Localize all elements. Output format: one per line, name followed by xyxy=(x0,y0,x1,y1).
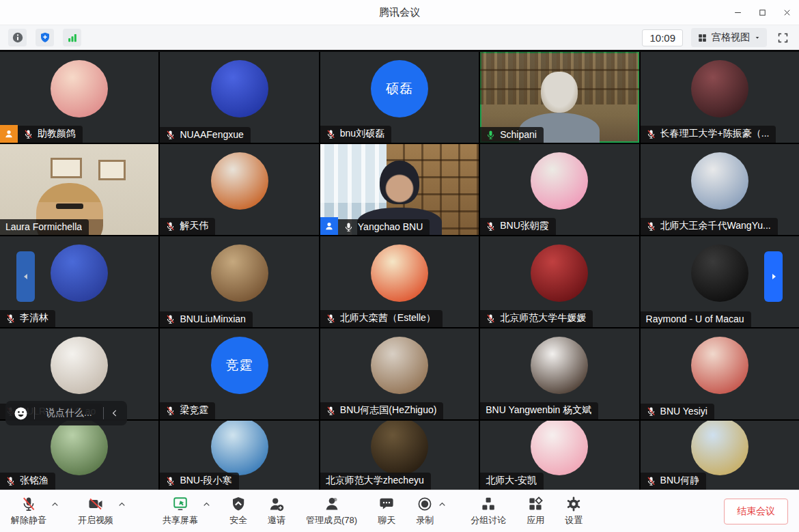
participant-name: Raymond - U of Macau xyxy=(646,313,744,324)
unmute-label: 解除静音 xyxy=(11,514,46,527)
avatar xyxy=(51,421,108,475)
participant-name: BNU张朝霞 xyxy=(500,220,549,232)
participant-tile[interactable]: 北师大栾茜（Estelle） xyxy=(320,236,479,327)
participant-tile[interactable]: 解天伟 xyxy=(160,144,318,235)
participant-name-label: BNU何志国(HeZhiguo) xyxy=(320,402,444,419)
participant-tile[interactable]: BNU Yangwenbin 杨文斌 xyxy=(480,328,639,419)
avatar xyxy=(211,152,268,210)
chat-label: 聊天 xyxy=(378,514,395,527)
participant-tile[interactable]: Laura Formichella xyxy=(0,144,158,235)
page-next-button[interactable] xyxy=(764,251,783,302)
camera-off-icon xyxy=(87,496,104,512)
video-feed-decoration xyxy=(51,158,82,178)
orange-member-badge xyxy=(0,125,18,143)
invite-person-icon xyxy=(268,496,285,512)
avatar xyxy=(691,421,748,475)
meeting-security-button[interactable] xyxy=(36,29,54,46)
caret-down-icon xyxy=(754,34,761,41)
participant-name-label: BNU Yangwenbin 杨文斌 xyxy=(480,402,598,419)
mic-muted-icon xyxy=(165,314,176,324)
video-feed-decoration xyxy=(56,204,83,209)
mic-muted-icon xyxy=(326,129,336,139)
participant-name: bnu刘硕磊 xyxy=(340,128,384,140)
mic-muted-icon xyxy=(23,129,33,139)
maximize-button[interactable] xyxy=(750,3,774,22)
breakout-button[interactable]: 分组讨论 xyxy=(471,496,506,527)
apps-button[interactable]: 应用 xyxy=(527,496,544,527)
mic-muted-icon xyxy=(646,221,656,232)
record-button[interactable]: 录制 xyxy=(416,496,434,527)
chevron-up-icon[interactable] xyxy=(117,500,126,509)
participant-tile[interactable]: BNU Yesiyi xyxy=(641,328,799,419)
meeting-info-button[interactable] xyxy=(8,29,27,46)
participant-tile[interactable]: BNU张朝霞 xyxy=(480,144,639,235)
participant-name: 北师大王余千代WangYu... xyxy=(660,220,771,232)
avatar xyxy=(211,60,268,117)
participant-name-label: NUAAFengxue xyxy=(160,127,250,143)
end-meeting-button[interactable]: 结束会议 xyxy=(724,499,788,524)
participant-tile[interactable]: Schipani xyxy=(480,52,639,143)
participant-tile[interactable]: 助教颜鸽 xyxy=(0,52,158,143)
tencent-meeting-window: 腾讯会议 10:09 宫格视图 说点什么.. xyxy=(0,0,799,532)
breakout-rooms-icon xyxy=(480,496,496,512)
mic-muted-icon xyxy=(326,406,336,416)
mic-muted-icon xyxy=(165,406,176,416)
chevron-up-icon[interactable] xyxy=(202,500,211,509)
mic-muted-icon xyxy=(486,221,496,232)
participant-tile[interactable]: 长春理工大学+陈振豪（... xyxy=(641,52,799,143)
avatar: 硕磊 xyxy=(371,60,428,117)
participant-tile[interactable]: 硕磊bnu刘硕磊 xyxy=(320,52,479,143)
close-button[interactable] xyxy=(774,3,799,22)
unmute-button[interactable]: 解除静音 xyxy=(11,496,46,527)
participant-name-label: 李清林 xyxy=(0,310,55,327)
chat-input-placeholder[interactable]: 说点什么... xyxy=(35,407,103,419)
participant-name-label: 长春理工大学+陈振豪（... xyxy=(641,126,776,143)
participant-tile[interactable]: 北京师范大学zhecheyu xyxy=(320,421,479,490)
mic-muted-icon xyxy=(5,313,16,324)
avatar xyxy=(371,337,428,394)
participant-name-label: 北京师范大学zhecheyu xyxy=(320,473,431,490)
participant-tile[interactable]: 竞霆梁竞霆 xyxy=(160,328,318,419)
video-feed-decoration xyxy=(98,160,126,180)
chevron-up-icon[interactable] xyxy=(51,500,59,509)
settings-button[interactable]: 设置 xyxy=(565,496,583,527)
title-bar: 腾讯会议 xyxy=(0,0,799,25)
network-status-button[interactable] xyxy=(63,29,81,46)
chat-button[interactable]: 聊天 xyxy=(378,496,395,527)
avatar xyxy=(531,244,588,302)
participant-tile[interactable]: BNU-段小寒 xyxy=(160,421,318,490)
collapse-chat-button[interactable] xyxy=(104,408,126,418)
participant-tile[interactable]: BNULiuMinxian xyxy=(160,236,318,327)
participant-tile[interactable]: BNU何静 xyxy=(641,421,799,490)
participant-tile[interactable]: 北京师范大学牛媛媛 xyxy=(480,236,639,327)
participant-tile[interactable]: 张铭渔 xyxy=(0,421,158,490)
avatar xyxy=(531,152,588,210)
video-button[interactable]: 开启视频 xyxy=(78,496,113,527)
control-toolbar: 解除静音开启视频共享屏幕安全邀请管理成员(78)聊天录制分组讨论应用设置结束会议 xyxy=(0,490,799,532)
participant-tile[interactable]: NUAAFengxue xyxy=(160,52,318,143)
security-button[interactable]: 安全 xyxy=(229,496,247,527)
chevron-up-icon[interactable] xyxy=(438,500,447,509)
layout-view-button[interactable]: 宫格视图 xyxy=(691,28,767,47)
participant-name-label: 北师大王余千代WangYu... xyxy=(641,218,778,235)
minimize-button[interactable] xyxy=(725,3,750,22)
participant-name: 助教颜鸽 xyxy=(38,128,76,140)
participant-name-label: Yangchao BNU xyxy=(338,219,430,235)
members-label: 管理成员(78) xyxy=(306,514,357,527)
grid-view-icon xyxy=(697,33,707,43)
invite-button[interactable]: 邀请 xyxy=(268,496,285,527)
participant-tile[interactable]: 北师大-安凯 xyxy=(480,421,639,490)
fullscreen-button[interactable] xyxy=(775,30,791,46)
participant-tile[interactable]: BNU何志国(HeZhiguo) xyxy=(320,328,479,419)
video-feed-decoration xyxy=(380,160,419,204)
avatar: 竞霆 xyxy=(211,337,268,394)
page-prev-button[interactable] xyxy=(16,251,35,302)
members-button[interactable]: 管理成员(78) xyxy=(306,496,357,527)
participant-name-label: BNU-段小寒 xyxy=(160,473,238,490)
record-label: 录制 xyxy=(416,514,434,527)
avatar xyxy=(531,337,588,394)
participant-tile[interactable]: 北师大王余千代WangYu... xyxy=(641,144,799,235)
emoji-button[interactable] xyxy=(7,406,34,421)
share-button[interactable]: 共享屏幕 xyxy=(163,496,198,527)
participant-tile[interactable]: Yangchao BNU xyxy=(320,144,479,235)
